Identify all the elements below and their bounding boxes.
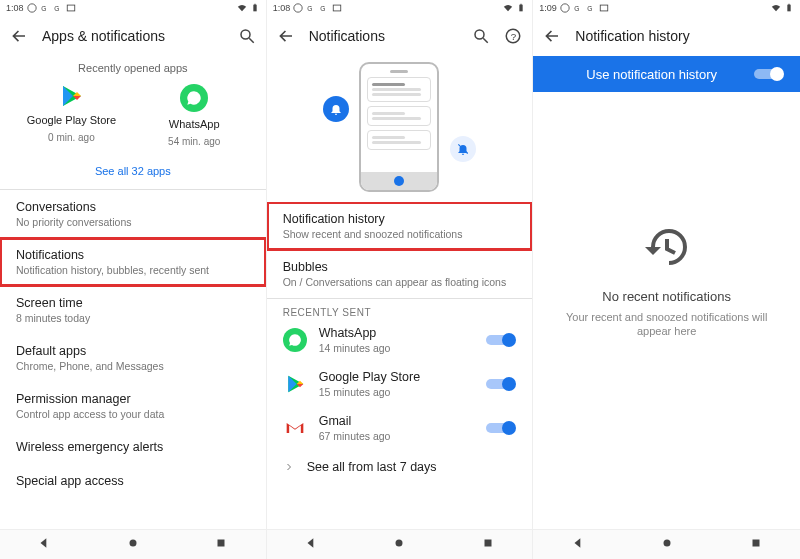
toggle-switch[interactable] bbox=[486, 332, 516, 348]
notifications-illustration bbox=[267, 56, 533, 202]
recent-app-whatsapp[interactable]: WhatsApp 54 min. ago bbox=[139, 84, 249, 147]
item-sub: No priority conversations bbox=[16, 216, 250, 228]
screen-apps-notifications: 1:08 G G Apps & notifications Recently o… bbox=[0, 0, 267, 559]
nav-bar bbox=[0, 529, 266, 559]
wifi-icon bbox=[503, 3, 513, 13]
item-conversations[interactable]: Conversations No priority conversations bbox=[0, 190, 266, 238]
svg-text:G: G bbox=[307, 5, 312, 12]
item-permission-manager[interactable]: Permission manager Control app access to… bbox=[0, 382, 266, 430]
back-icon[interactable] bbox=[277, 27, 295, 45]
svg-rect-36 bbox=[600, 5, 608, 11]
app-bar: Notifications ? bbox=[267, 16, 533, 56]
item-notification-history[interactable]: Notification history Show recent and sno… bbox=[267, 202, 533, 250]
app-time: 14 minutes ago bbox=[319, 342, 475, 354]
google-icon: G bbox=[306, 3, 316, 13]
nav-recent-icon[interactable] bbox=[214, 536, 228, 554]
nav-home-icon[interactable] bbox=[392, 536, 406, 554]
banner-label: Use notification history bbox=[549, 67, 754, 82]
see-all-apps-link[interactable]: See all 32 apps bbox=[0, 157, 266, 189]
item-sub: Notification history, bubbles, recently … bbox=[16, 264, 250, 276]
empty-state: No recent notifications Your recent and … bbox=[533, 92, 800, 529]
nav-home-icon[interactable] bbox=[126, 536, 140, 554]
item-special-app-access[interactable]: Special app access bbox=[0, 464, 266, 498]
toggle-switch[interactable] bbox=[486, 376, 516, 392]
svg-text:G: G bbox=[587, 5, 592, 12]
svg-text:G: G bbox=[320, 5, 325, 12]
settings-list: Conversations No priority conversations … bbox=[0, 190, 266, 529]
nav-back-icon[interactable] bbox=[304, 536, 318, 554]
svg-rect-4 bbox=[253, 5, 256, 12]
whatsapp-icon bbox=[293, 3, 303, 13]
svg-text:G: G bbox=[574, 5, 579, 12]
app-name: Gmail bbox=[319, 414, 475, 428]
search-icon[interactable] bbox=[238, 27, 256, 45]
app-time: 15 minutes ago bbox=[319, 386, 475, 398]
play-store-icon bbox=[283, 372, 307, 396]
gmail-icon bbox=[283, 416, 307, 440]
app-bar: Notification history bbox=[533, 16, 800, 56]
battery-icon bbox=[516, 3, 526, 13]
search-icon[interactable] bbox=[472, 27, 490, 45]
item-wireless-alerts[interactable]: Wireless emergency alerts bbox=[0, 430, 266, 464]
empty-title: No recent notifications bbox=[602, 289, 731, 304]
toggle-switch[interactable] bbox=[754, 66, 784, 82]
item-sub: 8 minutes today bbox=[16, 312, 250, 324]
screen-notifications: 1:08 G G Notifications ? bbox=[267, 0, 534, 559]
nav-back-icon[interactable] bbox=[37, 536, 51, 554]
use-history-banner[interactable]: Use notification history bbox=[533, 56, 800, 92]
item-notifications[interactable]: Notifications Notification history, bubb… bbox=[0, 238, 266, 286]
status-time: 1:08 bbox=[273, 3, 291, 13]
status-time: 1:08 bbox=[6, 3, 24, 13]
recently-sent-label: RECENTLY SENT bbox=[267, 299, 533, 318]
nav-recent-icon[interactable] bbox=[749, 536, 763, 554]
svg-point-0 bbox=[27, 4, 35, 12]
back-icon[interactable] bbox=[543, 27, 561, 45]
google-icon: G bbox=[53, 3, 63, 13]
page-title: Notifications bbox=[309, 28, 459, 44]
item-screen-time[interactable]: Screen time 8 minutes today bbox=[0, 286, 266, 334]
item-default-apps[interactable]: Default apps Chrome, Phone, and Messages bbox=[0, 334, 266, 382]
battery-icon bbox=[250, 3, 260, 13]
svg-point-21 bbox=[475, 30, 484, 39]
recent-gmail[interactable]: Gmail 67 minutes ago bbox=[267, 406, 533, 450]
bell-off-badge-icon bbox=[450, 136, 476, 162]
app-time: 0 min. ago bbox=[48, 132, 95, 143]
screen-notification-history: 1:09 G G Notification history Use notifi… bbox=[533, 0, 800, 559]
status-bar: 1:09 G G bbox=[533, 0, 800, 16]
nav-back-icon[interactable] bbox=[571, 536, 585, 554]
item-title: Conversations bbox=[16, 200, 250, 214]
svg-point-6 bbox=[241, 30, 250, 39]
nav-recent-icon[interactable] bbox=[481, 536, 495, 554]
status-time: 1:09 bbox=[539, 3, 557, 13]
app-time: 54 min. ago bbox=[168, 136, 220, 147]
phone-illustration bbox=[359, 62, 439, 192]
whatsapp-icon bbox=[27, 3, 37, 13]
recent-whatsapp[interactable]: WhatsApp 14 minutes ago bbox=[267, 318, 533, 362]
app-time: 67 minutes ago bbox=[319, 430, 475, 442]
google-icon: G bbox=[40, 3, 50, 13]
app-bar: Apps & notifications bbox=[0, 16, 266, 56]
svg-text:?: ? bbox=[511, 31, 517, 42]
back-icon[interactable] bbox=[10, 27, 28, 45]
help-icon[interactable]: ? bbox=[504, 27, 522, 45]
nav-bar bbox=[533, 529, 800, 559]
page-title: Apps & notifications bbox=[42, 28, 224, 44]
nav-home-icon[interactable] bbox=[660, 536, 674, 554]
svg-line-7 bbox=[249, 38, 254, 43]
item-title: Screen time bbox=[16, 296, 250, 310]
history-icon bbox=[643, 223, 691, 289]
svg-point-13 bbox=[129, 539, 136, 546]
chevron-right-icon bbox=[283, 461, 295, 473]
item-sub: Control app access to your data bbox=[16, 408, 250, 420]
recent-app-play-store[interactable]: Google Play Store 0 min. ago bbox=[16, 84, 126, 147]
svg-rect-19 bbox=[520, 5, 523, 12]
svg-rect-41 bbox=[752, 539, 759, 546]
item-bubbles[interactable]: Bubbles On / Conversations can appear as… bbox=[267, 250, 533, 298]
item-title: Special app access bbox=[16, 474, 250, 488]
see-all-recent-link[interactable]: See all from last 7 days bbox=[267, 450, 533, 484]
svg-marker-30 bbox=[307, 538, 313, 547]
recent-play-store[interactable]: Google Play Store 15 minutes ago bbox=[267, 362, 533, 406]
item-sub: Chrome, Phone, and Messages bbox=[16, 360, 250, 372]
toggle-switch[interactable] bbox=[486, 420, 516, 436]
battery-icon bbox=[784, 3, 794, 13]
